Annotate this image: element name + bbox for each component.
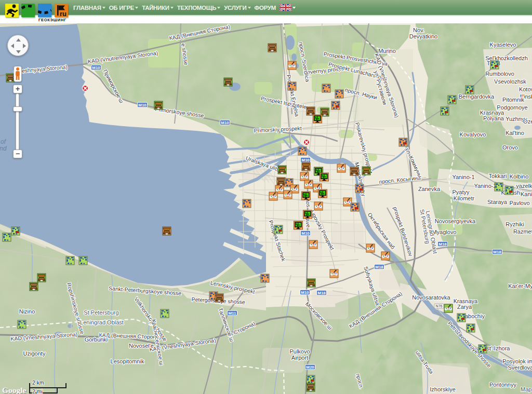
svg-text:М10: М10 [138, 103, 147, 107]
svg-text:of: of [1, 138, 7, 145]
svg-text:M10: M10 [301, 231, 310, 236]
svg-text:Rumbolovo: Rumbolovo [485, 71, 514, 77]
svg-text:Polyana: Polyana [483, 115, 504, 121]
svg-text:Novosaratovka: Novosaratovka [412, 294, 450, 301]
svg-text:Zanevka: Zanevka [418, 186, 441, 192]
svg-text:Zarya: Zarya [457, 304, 472, 310]
svg-text:Ryzhiki: Ryzhiki [506, 221, 524, 227]
svg-text:Yanino-2: Yanino-2 [474, 183, 496, 189]
svg-text:Staraya: Staraya [487, 199, 508, 205]
svg-text:Murino: Murino [378, 48, 396, 54]
svg-text:2 mi: 2 mi [32, 388, 43, 394]
svg-text:Kolbino: Kolbino [510, 173, 529, 180]
svg-text:Razmetelevo: Razmetelevo [513, 228, 532, 235]
svg-text:Izhorskiye: Izhorskiye [430, 386, 456, 392]
svg-text:M10: M10 [301, 158, 310, 162]
svg-text:Gorbunki: Gorbunki [85, 336, 108, 343]
svg-text:Yanino-1: Yanino-1 [452, 174, 474, 180]
svg-text:yazelka: yazelka [516, 183, 532, 189]
svg-text:Lesopitomnik: Lesopitomnik [111, 358, 144, 364]
svg-text:nd: nd [0, 145, 7, 152]
svg-text:Vsevolozhsk: Vsevolozhsk [494, 78, 526, 85]
svg-text:Uzigonty: Uzigonty [23, 350, 46, 357]
svg-text:Kyaselevo: Kyaselevo [490, 42, 516, 48]
svg-text:M20: M20 [306, 365, 314, 370]
svg-text:Leningrad Oblast: Leningrad Oblast [80, 319, 124, 325]
svg-text:M18: M18 [493, 250, 501, 254]
svg-text:Google: Google [2, 386, 26, 394]
svg-text:Berngardovka: Berngardovka [459, 93, 495, 100]
svg-text:М10: М10 [92, 65, 100, 70]
svg-text:Posyolok im: Posyolok im [502, 358, 532, 364]
svg-text:Kar'er-Mya: Kar'er-Mya [508, 283, 532, 289]
svg-text:ru: ru [60, 10, 66, 18]
svg-text:Tokkari: Tokkari [489, 173, 507, 179]
svg-text:Nov.: Nov. [413, 27, 424, 33]
svg-text:Pyatyy: Pyatyy [452, 189, 470, 195]
svg-text:Airport: Airport [291, 355, 308, 361]
svg-text:Kotovo: Kotovo [519, 86, 532, 92]
svg-text:M18: M18 [317, 291, 326, 295]
svg-text:2 km: 2 km [32, 379, 44, 386]
svg-text:Ozerki: Ozerki [523, 118, 532, 125]
svg-text:Devyatkino: Devyatkino [409, 33, 437, 39]
svg-text:N76: N76 [436, 304, 443, 308]
svg-text:Novosergiyevka: Novosergiyevka [435, 218, 476, 224]
svg-text:M18: M18 [375, 265, 383, 269]
svg-text:Pontonnyy: Pontonnyy [489, 382, 516, 388]
svg-text:M18: M18 [438, 242, 447, 247]
svg-text:St Petersburg: St Petersburg [84, 309, 118, 316]
svg-text:Pulkovo: Pulkovo [289, 348, 310, 355]
svg-text:M11: M11 [228, 311, 236, 316]
svg-text:Pitomnik: Pitomnik [502, 97, 525, 103]
svg-text:Kal'tino: Kal'tino [506, 130, 524, 136]
svg-text:Nizino: Nizino [19, 308, 35, 315]
svg-text:Novosel'e: Novosel'e [129, 343, 154, 349]
svg-text:Pavlovo: Pavlovo [509, 200, 529, 206]
svg-text:M10: M10 [301, 290, 309, 295]
svg-text:Map: Map [521, 386, 531, 392]
svg-text:M10: M10 [221, 120, 229, 125]
svg-text:Kilometr: Kilometr [454, 195, 475, 201]
svg-text:Kanisty: Kanisty [521, 191, 532, 197]
svg-text:Kovalyovo: Kovalyovo [460, 131, 486, 138]
svg-text:Sverdlova: Sverdlova [508, 364, 532, 371]
svg-text:Orovo: Orovo [502, 144, 518, 151]
